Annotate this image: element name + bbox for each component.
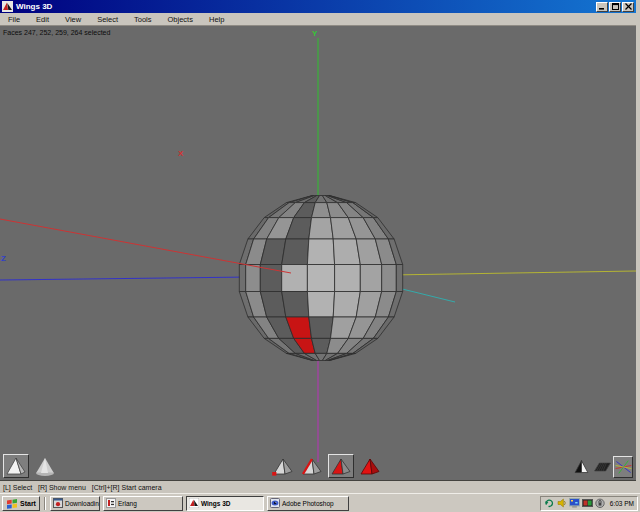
sphere-face[interactable] (360, 265, 381, 292)
sphere-face[interactable] (307, 239, 334, 265)
taskbar-divider (44, 497, 46, 510)
sphere-face[interactable] (335, 265, 361, 292)
menu-item-help[interactable]: Help (201, 13, 232, 26)
maximize-icon (612, 3, 619, 10)
shading-toolbar (3, 454, 58, 478)
window-controls (596, 2, 634, 12)
task-buttons: Downloading File: /wings/...ErlangWings … (50, 496, 538, 511)
task-label: Downloading File: /wings/... (65, 500, 100, 507)
sphere-face[interactable] (309, 218, 333, 239)
display-icon[interactable] (569, 498, 580, 508)
taskbar-clock[interactable]: 6:03 PM (610, 500, 634, 507)
menu-item-select[interactable]: Select (89, 13, 126, 26)
face-mode-icon (329, 455, 353, 477)
taskbar: Start Downloading File: /wings/...Erlang… (0, 493, 640, 512)
status-bar: [L] Select [R] Show menu [Ctrl]+[R] Star… (0, 480, 636, 493)
menu-item-file[interactable]: File (0, 13, 28, 26)
close-button[interactable] (622, 2, 634, 12)
start-label: Start (20, 500, 36, 507)
menu-item-objects[interactable]: Objects (160, 13, 201, 26)
task-erlang[interactable]: Erlang (103, 496, 183, 511)
sphere-face[interactable] (307, 265, 334, 292)
body-mode-button[interactable] (357, 454, 383, 478)
title-bar[interactable]: Wings 3D (0, 0, 636, 13)
security-icon[interactable] (595, 498, 605, 508)
wings3d-app-icon (2, 1, 13, 12)
axis-label-x: X (178, 149, 184, 158)
scene-3d: YXZ (0, 26, 636, 480)
ground-plane-button[interactable] (592, 456, 612, 478)
face-mode-button[interactable] (328, 454, 354, 478)
edge-mode-icon (300, 455, 324, 477)
menu-item-view[interactable]: View (57, 13, 89, 26)
orthographic-view-button[interactable] (571, 456, 591, 478)
minimize-icon (599, 8, 604, 10)
photoshop-icon (270, 498, 280, 508)
sphere-face[interactable] (333, 239, 360, 265)
sphere-face[interactable] (282, 239, 309, 265)
edge-mode-button[interactable] (299, 454, 325, 478)
ground-plane-icon (593, 457, 612, 477)
erlang-icon (106, 498, 116, 508)
windows-logo-icon (6, 498, 18, 509)
viewport-3d[interactable]: YXZ Faces 247, 252, 259, 264 selected (0, 26, 636, 480)
sphere-face[interactable] (396, 265, 402, 292)
axis-x-negative (390, 271, 636, 275)
orthographic-view-icon (572, 457, 591, 477)
view-toolbar (571, 456, 633, 478)
show-axes-button[interactable] (613, 456, 633, 478)
body-mode-icon (358, 455, 382, 477)
download-icon (53, 498, 63, 508)
sphere-face[interactable] (260, 265, 281, 292)
task-downloading-file-wings[interactable]: Downloading File: /wings/... (50, 496, 100, 511)
sphere-face[interactable] (382, 265, 397, 292)
close-icon (625, 3, 632, 10)
window-title: Wings 3D (16, 0, 593, 13)
sphere-face[interactable] (239, 265, 245, 292)
sphere-face[interactable] (282, 265, 308, 292)
sync-icon[interactable] (544, 498, 555, 508)
selection-info: Faces 247, 252, 259, 264 selected (3, 29, 110, 36)
task-label: Adobe Photoshop (282, 500, 334, 507)
system-tray: 6:03 PM (540, 496, 638, 511)
menu-bar: FileEditViewSelectToolsObjectsHelp (0, 13, 636, 26)
tray-icons (544, 498, 605, 508)
sphere-face[interactable] (307, 292, 334, 318)
sphere-face[interactable] (333, 292, 360, 318)
wings3d-window: Wings 3D FileEditViewSelectToolsObjectsH… (0, 0, 640, 493)
flat-shading-button[interactable] (3, 454, 29, 478)
maximize-button[interactable] (609, 2, 621, 12)
axis-label-z: Z (1, 254, 6, 263)
task-label: Wings 3D (201, 500, 231, 507)
axis-label-y: Y (312, 29, 318, 38)
show-axes-icon (614, 457, 633, 477)
sphere-face[interactable] (309, 317, 333, 338)
smooth-shading-button[interactable] (32, 454, 58, 478)
task-label: Erlang (118, 500, 137, 507)
sphere-face[interactable] (282, 292, 309, 318)
selection-mode-toolbar (270, 454, 383, 478)
task-adobe-photoshop[interactable]: Adobe Photoshop (267, 496, 349, 511)
menu-item-edit[interactable]: Edit (28, 13, 57, 26)
task-wings-3d[interactable]: Wings 3D (186, 496, 264, 511)
axis-z-positive (0, 277, 250, 280)
menu-item-tools[interactable]: Tools (126, 13, 160, 26)
graphics-icon[interactable] (582, 498, 593, 508)
flat-shading-icon (4, 455, 28, 477)
smooth-shading-icon (33, 455, 57, 477)
minimize-button[interactable] (596, 2, 608, 12)
status-text: [L] Select [R] Show menu [Ctrl]+[R] Star… (3, 484, 162, 491)
volume-icon[interactable] (557, 498, 567, 508)
start-button[interactable]: Start (2, 496, 40, 511)
vertex-mode-button[interactable] (270, 454, 296, 478)
sphere-face[interactable] (246, 265, 261, 292)
wings3d-icon (189, 498, 199, 508)
vertex-mode-icon (271, 455, 295, 477)
screen: Wings 3D FileEditViewSelectToolsObjectsH… (0, 0, 640, 512)
